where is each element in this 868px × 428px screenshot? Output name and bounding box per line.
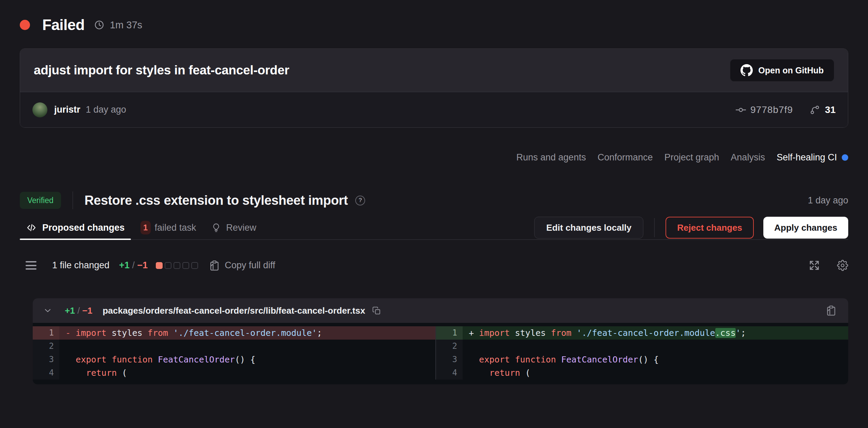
diff-line: 4 return (: [436, 366, 848, 380]
file-additions-count: +1: [65, 305, 75, 316]
code-line: - import styles from './feat-cancel-orde…: [59, 326, 435, 340]
failed-status-dot-icon: [20, 20, 30, 30]
fix-time-ago: 1 day ago: [808, 195, 848, 206]
diff-line: 2: [33, 340, 435, 353]
app-screen: Failed 1m 37s adjust import for styles i…: [0, 0, 868, 428]
code-line: export function FeatCancelOrder() {: [463, 353, 848, 366]
commit-icon: [735, 104, 746, 115]
commit-card: adjust import for styles in feat-cancel-…: [20, 48, 848, 128]
help-icon[interactable]: ?: [355, 196, 365, 205]
diff-pane-old: 1- import styles from './feat-cancel-ord…: [33, 326, 435, 380]
diff-progress-block: [191, 262, 198, 269]
actions-divider: [654, 218, 655, 237]
file-diff-stats: +1 / −1: [65, 305, 92, 316]
commit-sha[interactable]: 9778b7f9: [750, 104, 793, 115]
diff-line: 3 export function FeatCancelOrder() {: [436, 353, 848, 366]
open-on-github-button[interactable]: Open on GitHub: [730, 59, 834, 82]
reject-changes-button[interactable]: Reject changes: [665, 217, 754, 239]
author-avatar[interactable]: [32, 102, 47, 117]
run-status-row: Failed 1m 37s: [20, 16, 848, 33]
tabs-row: Proposed changes 1 failed task Review Ed…: [20, 216, 848, 240]
failed-task-count-badge: 1: [140, 221, 151, 234]
tab-review[interactable]: Review: [211, 216, 256, 239]
vertical-divider: [73, 191, 73, 209]
line-number: 3: [436, 353, 463, 366]
tab-proposed-changes-label: Proposed changes: [42, 223, 125, 233]
line-number: 2: [436, 340, 463, 353]
diff-line: 3 export function FeatCancelOrder() {: [33, 353, 435, 366]
nav-item-project-graph[interactable]: Project graph: [664, 152, 719, 163]
section-nav: Runs and agents Conformance Project grap…: [20, 152, 848, 163]
copy-path-icon[interactable]: [372, 306, 381, 315]
notification-dot-icon: [842, 154, 848, 161]
file-list-menu-icon[interactable]: [26, 261, 36, 270]
tab-review-label: Review: [226, 223, 256, 233]
code-line: return (: [59, 366, 435, 380]
diff-line: 1+ import styles from './feat-cancel-ord…: [436, 326, 848, 340]
nav-item-runs-and-agents[interactable]: Runs and agents: [517, 152, 586, 163]
line-number: 4: [436, 366, 463, 380]
diff-progress-block: [156, 262, 163, 269]
tab-failed-task[interactable]: 1 failed task: [140, 216, 196, 239]
clock-icon: [94, 20, 104, 30]
fix-heading-row: Verified Restore .css extension to style…: [20, 191, 848, 209]
github-icon: [740, 64, 753, 76]
line-number: 1: [33, 326, 59, 340]
diff-file-header[interactable]: +1 / −1 packages/orders/feat-cancel-orde…: [33, 298, 848, 323]
nav-item-label: Self-healing CI: [777, 152, 837, 163]
diff-progress-block: [174, 262, 180, 269]
nav-item-self-healing-ci[interactable]: Self-healing CI: [777, 152, 848, 163]
files-changed-label: 1 file changed: [52, 260, 109, 271]
code-line: return (: [463, 366, 848, 380]
code-line: [463, 340, 848, 353]
run-duration: 1m 37s: [110, 19, 142, 31]
diff-blocks: [156, 262, 198, 269]
file-path: packages/orders/feat-cancel-order/src/li…: [103, 305, 365, 316]
line-number: 1: [436, 326, 463, 340]
apply-changes-button[interactable]: Apply changes: [763, 217, 848, 239]
diff-pane-new: 1+ import styles from './feat-cancel-ord…: [436, 326, 848, 380]
copy-full-diff-label: Copy full diff: [225, 260, 275, 271]
clipboard-icon: [209, 260, 220, 271]
lightbulb-icon: [211, 223, 221, 233]
diff-line: 2: [436, 340, 848, 353]
author-name[interactable]: juristr: [54, 104, 80, 115]
fix-title: Restore .css extension to stylesheet imp…: [85, 193, 348, 208]
line-number: 4: [33, 366, 59, 380]
chevron-down-icon[interactable]: [43, 306, 53, 315]
diff-toolbar: 1 file changed +1 / −1 Copy full diff: [20, 260, 848, 271]
file-deletions-count: −1: [82, 305, 92, 316]
deletions-count: −1: [137, 260, 148, 270]
copy-full-diff-button[interactable]: Copy full diff: [209, 260, 275, 271]
line-number: 2: [33, 340, 59, 353]
additions-count: +1: [119, 260, 130, 270]
commit-time-ago: 1 day ago: [86, 104, 126, 115]
line-number: 3: [33, 353, 59, 366]
fullscreen-icon[interactable]: [809, 260, 820, 271]
fix-actions: Edit changes locally Reject changes Appl…: [534, 217, 848, 239]
tab-failed-task-label: failed task: [155, 223, 196, 233]
nav-item-conformance[interactable]: Conformance: [598, 152, 653, 163]
diff-progress-block: [165, 262, 171, 269]
gear-icon[interactable]: [837, 260, 848, 271]
tab-proposed-changes[interactable]: Proposed changes: [20, 216, 131, 239]
code-line: export function FeatCancelOrder() {: [59, 353, 435, 366]
code-line: [59, 340, 435, 353]
diff-line: 4 return (: [33, 366, 435, 380]
pr-number[interactable]: 31: [825, 104, 836, 115]
verified-badge: Verified: [20, 192, 61, 209]
diff-toolbar-right: [809, 260, 848, 271]
copy-file-diff-icon[interactable]: [826, 305, 837, 316]
commit-card-header: adjust import for styles in feat-cancel-…: [20, 49, 848, 92]
commit-card-footer: juristr 1 day ago 9778b7f9 31: [20, 92, 848, 127]
edit-changes-locally-button[interactable]: Edit changes locally: [534, 217, 643, 239]
code-icon: [26, 222, 37, 233]
diff-file-card: +1 / −1 packages/orders/feat-cancel-orde…: [33, 298, 848, 384]
diff-stats: +1 / −1: [119, 260, 148, 271]
commit-meta: 9778b7f9 31: [735, 104, 836, 115]
diff-line: 1- import styles from './feat-cancel-ord…: [33, 326, 435, 340]
main-content: Failed 1m 37s adjust import for styles i…: [0, 16, 868, 384]
nav-item-analysis[interactable]: Analysis: [731, 152, 765, 163]
open-on-github-label: Open on GitHub: [758, 66, 824, 75]
run-status-label: Failed: [42, 16, 85, 33]
